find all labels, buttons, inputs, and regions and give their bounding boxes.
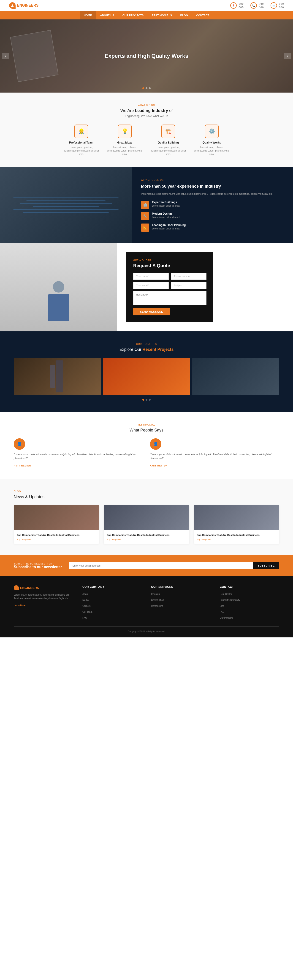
why-feature-text-1: Modern Design Lorem ipsum dolor sit amet… [152,212,180,218]
footer-services-links: Industrial Construction Remodeling [151,592,211,608]
nav-about[interactable]: About Us [96,11,118,19]
footer-services-col: OUR SERVICES Industrial Construction Rem… [151,585,211,620]
hero-next-button[interactable]: › [284,53,291,59]
projects-grid [14,358,279,395]
nav-contact[interactable]: Contact [192,11,213,19]
what-we-do-section: WHAT WE DO We Are Leading Industry of En… [0,92,293,167]
footer-brand-col: ENGINEERS Lorem ipsum dolor sit amet, co… [14,585,73,620]
main-nav: Home About Us Our Projects Testimonials … [0,11,293,19]
svg-marker-0 [11,4,14,7]
footer-link-industrial[interactable]: Industrial [151,592,211,596]
project-item-3[interactable] [192,358,279,395]
why-image-inner [0,167,132,243]
phone-input[interactable] [171,273,207,280]
why-feature-title-0: Expert in Buildings [152,200,180,204]
hero-dot-3[interactable] [149,87,151,89]
nav-projects[interactable]: Our Projects [118,11,148,19]
why-feature-text-0: Expert in Buildings Lorem ipsum dolor si… [152,200,180,207]
newsletter-form: SUBSCRIBE [69,562,279,569]
footer-company-title: OUR COMPANY [82,585,142,589]
logo-text: ENGINEERS [17,3,38,8]
footer-company-col: OUR COMPANY About Media Careers Our Team… [82,585,142,620]
service-quality-building: 🏗️ Quality Building Lorem ipsum, pulvina… [150,124,187,156]
header-contact-phone: 📞 XXX XXX [250,2,264,9]
footer-link-about[interactable]: About [82,592,142,596]
blog-post-0[interactable]: Top Companies That Are Best In Industria… [14,505,99,544]
blog-title-0: Top Companies That Are Best In Industria… [17,533,96,537]
footer-link-media[interactable]: Media [82,598,142,602]
footer-link-remodeling[interactable]: Remodeling [151,604,211,608]
email-input[interactable] [133,282,169,289]
footer: ENGINEERS Lorem ipsum dolor sit amet, co… [0,576,293,637]
blog-title-2: Top Companies That Are Best In Industria… [197,533,276,537]
logo[interactable]: ENGINEERS [9,2,38,9]
service-desc-0: Lorem ipsum, pulvinar, pellentesque Lore… [63,146,99,156]
footer-link-faq[interactable]: FAQ [82,616,142,620]
service-name-2: Quality Building [150,141,187,144]
testimonial-0: 👤 "Lorem ipsum dolor sit, amet consectet… [14,438,143,468]
why-feature-0: 🏢 Expert in Buildings Lorem ipsum dolor … [141,200,284,209]
footer-link-faq2[interactable]: FAQ [220,609,279,614]
send-message-button[interactable]: SEND MESSAGE [133,308,170,315]
testimonial-avatar-1: 👤 [150,438,162,450]
why-content: WHY CHOOSE US More than 50 year experien… [132,167,293,243]
testimonials-section: TESTIMONIAL What People Says 👤 "Lorem ip… [0,412,293,479]
nav-testimonials[interactable]: Testimonials [148,11,176,19]
footer-link-support[interactable]: Support Community [220,598,279,602]
footer-link-blog[interactable]: Blog [220,604,279,608]
projects-label: OUR PROJECTS [14,343,279,345]
testimonials-grid: 👤 "Lorem ipsum dolor sit, amet consectet… [14,438,279,468]
blog-post-1[interactable]: Top Companies That Are Best In Industria… [104,505,189,544]
nav-home[interactable]: Home [80,11,96,19]
footer-link-team[interactable]: Our Team [82,609,142,614]
what-we-do-title: We Are Leading Industry of [14,108,279,113]
footer-learn-more[interactable]: Learn More [14,604,26,607]
why-title: More than 50 year experience in industry [141,183,284,189]
nav-blog[interactable]: Blog [176,11,192,19]
services-grid: 👷 Professional Team Lorem ipsum, pulvina… [14,124,279,156]
project-item-2[interactable] [103,358,190,395]
footer-contact-links: Help Center Support Community Blog FAQ O… [220,592,279,620]
hero-prev-button[interactable]: ‹ [2,53,9,59]
footer-link-help[interactable]: Help Center [220,592,279,596]
proj-dot-1[interactable] [142,399,144,401]
blog-thumb-1 [104,505,189,530]
hero-content: Experts and High Quality Works [105,53,188,59]
great-ideas-icon: 💡 [118,124,131,138]
footer-grid: ENGINEERS Lorem ipsum dolor sit amet, co… [14,585,279,620]
blog-meta-2: Top Companies [197,538,276,541]
subject-input[interactable] [171,282,207,289]
form-row-2 [133,282,207,289]
why-feature-title-1: Modern Design [152,212,180,215]
footer-link-careers[interactable]: Careers [82,604,142,608]
blog-meta-1: Top Companies [107,538,186,541]
name-input[interactable] [133,273,169,280]
phone-icon: 📞 [250,2,257,9]
form-row-1 [133,273,207,280]
testimonials-title: What People Says [14,428,279,433]
header-contact-location: 📍 XXX XXX [230,2,243,9]
message-textarea[interactable] [133,291,207,305]
blog-post-2[interactable]: Top Companies That Are Best In Industria… [194,505,279,544]
why-image [0,167,132,243]
blog-thumb-0 [14,505,99,530]
blog-meta-0: Top Companies [17,538,96,541]
footer-link-partners[interactable]: Our Partners [220,616,279,620]
hero-dot-2[interactable] [146,87,147,89]
blog-content-2: Top Companies That Are Best In Industria… [194,530,279,544]
service-name-3: Quality Works [194,141,230,144]
newsletter-subscribe-button[interactable]: SUBSCRIBE [253,562,279,569]
footer-desc: Lorem ipsum dolor sit amet, consectetur … [14,593,73,600]
professional-team-icon: 👷 [74,124,88,138]
project-item-1[interactable] [14,358,101,395]
testimonial-avatar-0: 👤 [14,438,25,450]
newsletter-email-input[interactable] [69,562,253,569]
quality-works-icon: ⚙️ [205,124,219,138]
proj-dot-2[interactable] [146,399,147,401]
footer-link-construction[interactable]: Construction [151,598,211,602]
form-label: GET A QUOTE [133,259,207,262]
why-feature-title-2: Leading In Floor Planning [152,224,186,227]
proj-dot-3[interactable] [149,399,151,401]
hero-dot-1[interactable] [142,87,144,89]
newsletter-title: Subscribe to our newsletter [14,565,62,569]
